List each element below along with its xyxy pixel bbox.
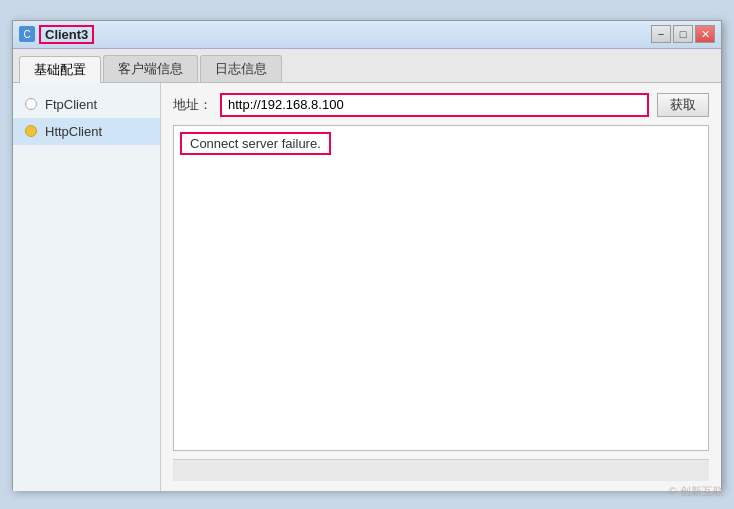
title-bar: C Client3 − □ ✕ — [13, 21, 721, 49]
tabs-bar: 基础配置 客户端信息 日志信息 — [13, 49, 721, 83]
address-label: 地址： — [173, 96, 212, 114]
address-row: 地址： 获取 — [173, 93, 709, 117]
sidebar-label-http: HttpClient — [45, 124, 102, 139]
main-window: C Client3 − □ ✕ 基础配置 客户端信息 日志信息 FtpClien… — [12, 20, 722, 490]
tab-basic-config[interactable]: 基础配置 — [19, 56, 101, 83]
app-icon: C — [19, 26, 35, 42]
sidebar-dot-http — [25, 125, 37, 137]
main-panel: 地址： 获取 Connect server failure. — [161, 83, 721, 491]
window-title: Client3 — [39, 25, 94, 44]
output-area: Connect server failure. — [173, 125, 709, 451]
watermark: © 创新互联 — [669, 484, 724, 499]
content-area: FtpClient HttpClient 地址： 获取 Connect serv… — [13, 83, 721, 491]
address-input[interactable] — [220, 93, 649, 117]
sidebar-item-ftpclient[interactable]: FtpClient — [13, 91, 160, 118]
sidebar-dot-ftp — [25, 98, 37, 110]
maximize-button[interactable]: □ — [673, 25, 693, 43]
sidebar-item-httpclient[interactable]: HttpClient — [13, 118, 160, 145]
title-buttons: − □ ✕ — [651, 25, 715, 43]
tab-log-info[interactable]: 日志信息 — [200, 55, 282, 82]
sidebar-label-ftp: FtpClient — [45, 97, 97, 112]
sidebar: FtpClient HttpClient — [13, 83, 161, 491]
minimize-button[interactable]: − — [651, 25, 671, 43]
title-bar-left: C Client3 — [19, 25, 94, 44]
fetch-button[interactable]: 获取 — [657, 93, 709, 117]
close-button[interactable]: ✕ — [695, 25, 715, 43]
tab-client-info[interactable]: 客户端信息 — [103, 55, 198, 82]
bottom-bar — [173, 459, 709, 481]
error-message: Connect server failure. — [180, 132, 331, 155]
